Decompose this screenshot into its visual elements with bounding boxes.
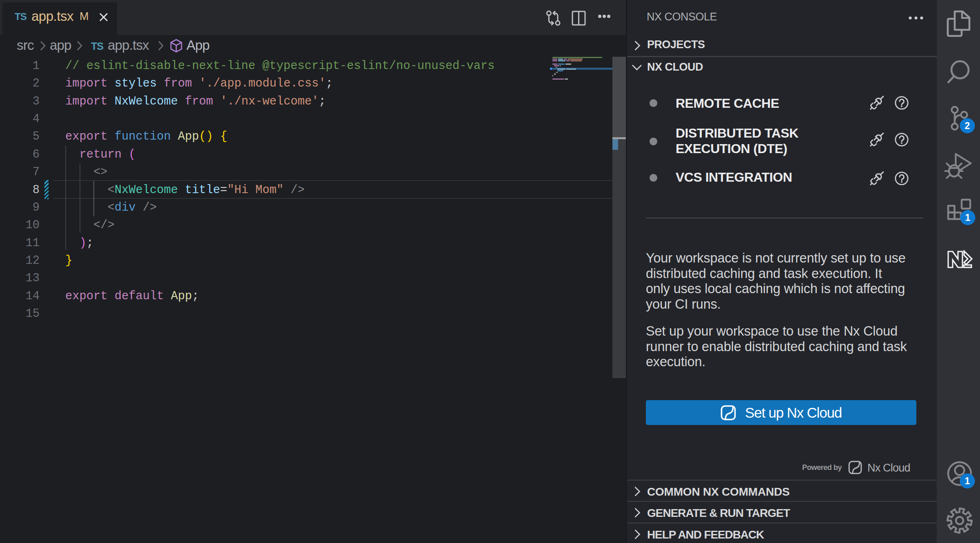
- svg-text:1: 1: [965, 476, 970, 486]
- svg-text:1: 1: [965, 212, 971, 223]
- svg-text:2: 2: [965, 120, 970, 131]
